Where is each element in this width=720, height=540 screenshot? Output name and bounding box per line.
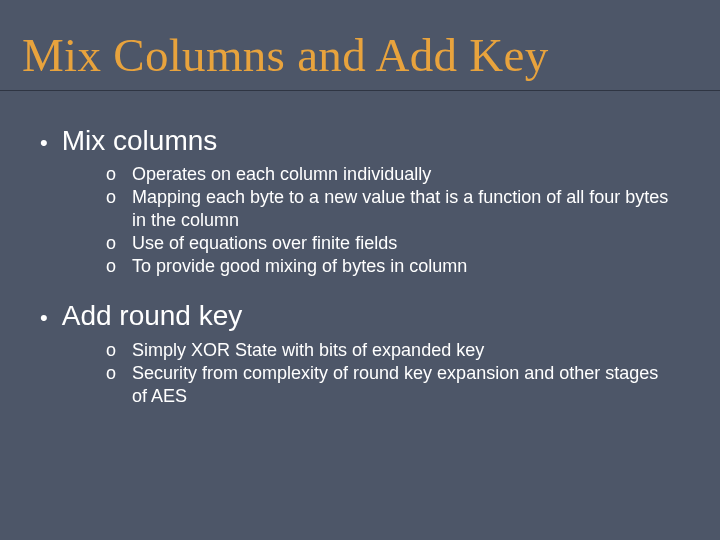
bullet-heading: Mix columns	[62, 125, 218, 157]
bullet-heading: Add round key	[62, 300, 243, 332]
sub-marker: o	[106, 363, 122, 384]
sub-item: o Use of equations over finite fields	[106, 232, 680, 255]
sub-item: o To provide good mixing of bytes in col…	[106, 255, 680, 278]
bullet-marker: •	[40, 307, 48, 329]
sub-marker: o	[106, 164, 122, 185]
sub-text: Security from complexity of round key ex…	[132, 362, 672, 408]
sub-list: o Operates on each column individually o…	[40, 159, 680, 300]
sub-text: Operates on each column individually	[132, 163, 431, 186]
sub-text: Mapping each byte to a new value that is…	[132, 186, 672, 232]
sub-text: To provide good mixing of bytes in colum…	[132, 255, 467, 278]
sub-marker: o	[106, 233, 122, 254]
slide-body: • Mix columns o Operates on each column …	[0, 91, 720, 430]
sub-list: o Simply XOR State with bits of expanded…	[40, 335, 680, 430]
sub-marker: o	[106, 340, 122, 361]
sub-text: Simply XOR State with bits of expanded k…	[132, 339, 484, 362]
bullet-item: • Add round key	[40, 300, 680, 332]
sub-marker: o	[106, 187, 122, 208]
sub-item: o Simply XOR State with bits of expanded…	[106, 339, 680, 362]
sub-text: Use of equations over finite fields	[132, 232, 397, 255]
bullet-item: • Mix columns	[40, 125, 680, 157]
slide-title: Mix Columns and Add Key	[0, 0, 720, 90]
sub-item: o Mapping each byte to a new value that …	[106, 186, 680, 232]
bullet-marker: •	[40, 132, 48, 154]
sub-marker: o	[106, 256, 122, 277]
sub-item: o Operates on each column individually	[106, 163, 680, 186]
sub-item: o Security from complexity of round key …	[106, 362, 680, 408]
